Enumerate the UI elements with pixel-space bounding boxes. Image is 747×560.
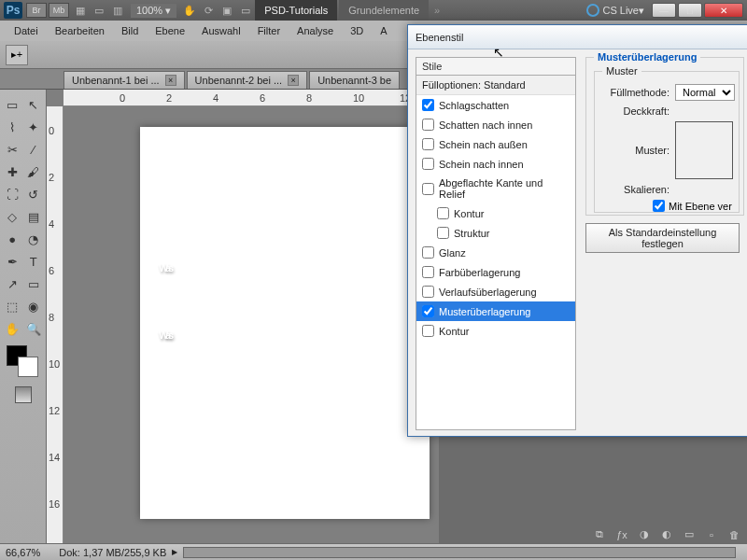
shape-tool[interactable]: ▭ [24, 273, 44, 294]
style-item-schein-aussen[interactable]: Schein nach außen [416, 134, 575, 154]
style-checkbox[interactable] [422, 158, 434, 170]
status-menu-arrow-icon[interactable]: ▶ [172, 548, 177, 556]
type-tool[interactable]: T [24, 251, 44, 272]
group-icon[interactable]: ▭ [682, 528, 697, 540]
view-extras-icon[interactable]: ▦ [73, 3, 88, 18]
move-tool[interactable]: ↖ [24, 94, 44, 115]
style-checkbox[interactable] [422, 266, 434, 278]
blur-tool[interactable]: ● [3, 229, 22, 249]
wand-tool[interactable]: ✦ [24, 117, 44, 137]
path-tool[interactable]: ↗ [3, 273, 22, 294]
style-item-bevel[interactable]: Abgeflachte Kante und Relief [416, 174, 575, 203]
style-item-verlauf[interactable]: Verlaufsüberlagerung [416, 282, 575, 301]
bridge-button[interactable]: Br [26, 3, 47, 18]
style-checkbox[interactable] [422, 183, 434, 195]
menu-bild[interactable]: Bild [113, 22, 147, 39]
window-close-button[interactable]: ✕ [704, 3, 743, 18]
view-guides-icon[interactable]: ▥ [110, 3, 125, 18]
document-canvas[interactable] [140, 127, 430, 519]
cs-live-button[interactable]: CS Live ▾ [586, 4, 644, 17]
3d-tool[interactable]: ⬚ [3, 296, 22, 316]
eraser-tool[interactable]: ◇ [3, 206, 22, 227]
color-swatches[interactable] [2, 345, 44, 379]
style-checkbox[interactable] [422, 99, 434, 111]
camera-tool[interactable]: ◉ [24, 296, 44, 316]
brush-tool[interactable]: 🖌 [24, 161, 44, 182]
fx-icon[interactable]: ƒx [614, 529, 629, 540]
link-layers-icon[interactable]: ⧉ [592, 528, 607, 540]
mask-icon[interactable]: ◑ [637, 528, 652, 540]
doc-tab-3[interactable]: Unbenannt-3 be [309, 71, 400, 89]
close-tab-icon[interactable]: × [165, 75, 176, 86]
view-rulers-icon[interactable]: ▭ [92, 3, 106, 18]
style-item-farbueberlagerung[interactable]: Farbüberlagerung [416, 262, 575, 282]
menu-truncated[interactable]: A [372, 22, 395, 39]
menu-datei[interactable]: Datei [6, 22, 47, 39]
horizontal-scrollbar[interactable] [183, 547, 736, 558]
style-item-schlagschatten[interactable]: Schlagschatten [416, 95, 575, 115]
style-checkbox[interactable] [422, 305, 434, 317]
rotate-view-icon[interactable]: ⟳ [201, 3, 216, 18]
blend-mode-select[interactable]: Normal [675, 84, 735, 101]
background-swatch[interactable] [18, 357, 38, 377]
quickmask-icon[interactable] [15, 386, 32, 403]
style-checkbox[interactable] [422, 119, 434, 131]
pen-tool[interactable]: ✒ [3, 251, 22, 272]
arrange-docs-icon[interactable]: ▣ [219, 3, 234, 18]
style-item-struktur-sub[interactable]: Struktur [416, 223, 575, 243]
workspace-tab-grundelemente[interactable]: Grundelemente [339, 0, 429, 21]
marquee-tool[interactable]: ▭ [3, 94, 22, 115]
window-minimize-button[interactable]: — [652, 3, 676, 18]
heal-tool[interactable]: ✚ [3, 161, 22, 182]
menu-filter[interactable]: Filter [249, 22, 289, 39]
adjustment-icon[interactable]: ◐ [659, 528, 674, 540]
workspace-more-icon[interactable]: » [434, 5, 440, 16]
eyedropper-tool[interactable]: ∕ [24, 139, 44, 160]
menu-bearbeiten[interactable]: Bearbeiten [47, 22, 113, 39]
hand-icon[interactable]: ✋ [182, 3, 197, 18]
gradient-tool[interactable]: ▤ [24, 206, 44, 227]
zoom-level[interactable]: 100% ▾ [131, 4, 176, 18]
style-checkbox[interactable] [422, 138, 434, 150]
menu-auswahl[interactable]: Auswahl [193, 22, 249, 39]
style-item-schatten-innen[interactable]: Schatten nach innen [416, 115, 575, 134]
crop-tool[interactable]: ✂ [3, 139, 22, 160]
style-checkbox[interactable] [437, 227, 449, 239]
blend-label: Füllmethode: [602, 87, 669, 98]
zoom-tool[interactable]: 🔍 [24, 318, 44, 339]
style-item-glanz[interactable]: Glanz [416, 243, 575, 262]
style-item-fill[interactable]: Fülloptionen: Standard [416, 76, 575, 95]
hand-tool[interactable]: ✋ [3, 318, 22, 339]
dodge-tool[interactable]: ◔ [24, 229, 44, 249]
lasso-tool[interactable]: ⌇ [3, 117, 22, 137]
style-checkbox[interactable] [437, 207, 449, 219]
trash-icon[interactable]: 🗑 [726, 529, 741, 540]
menu-ebene[interactable]: Ebene [147, 22, 193, 39]
menu-analyse[interactable]: Analyse [289, 22, 342, 39]
screen-mode-icon[interactable]: ▭ [238, 3, 253, 18]
make-default-button[interactable]: Als Standardeinstellung festlegen [585, 223, 740, 253]
doc-tab-1[interactable]: Unbenannt-1 bei ...× [63, 71, 185, 89]
pattern-swatch[interactable] [675, 121, 733, 179]
snap-checkbox[interactable] [653, 200, 665, 212]
doc-tab-2[interactable]: Unbenannt-2 bei ...× [187, 71, 308, 89]
new-layer-icon[interactable]: ▫ [704, 529, 719, 540]
minibridge-button[interactable]: Mb [49, 3, 69, 18]
style-checkbox[interactable] [422, 246, 434, 259]
style-checkbox[interactable] [422, 325, 434, 337]
menu-3d[interactable]: 3D [342, 22, 372, 39]
close-tab-icon[interactable]: × [288, 75, 299, 86]
stamp-tool[interactable]: ⛶ [3, 184, 22, 204]
dialog-titlebar[interactable]: Ebenenstil [408, 25, 747, 49]
style-item-muster[interactable]: Musterüberlagerung [416, 301, 575, 321]
style-item-schein-innen[interactable]: Schein nach innen [416, 154, 575, 174]
workspace-tab-psdtutorials[interactable]: PSD-Tutorials [255, 0, 337, 21]
style-item-kontur[interactable]: Kontur [416, 321, 575, 341]
current-tool-icon[interactable]: ▸+ [6, 45, 28, 65]
status-zoom[interactable]: 66,67% [6, 547, 40, 558]
history-brush-tool[interactable]: ↺ [24, 184, 44, 204]
status-doc-info[interactable]: Dok: 1,37 MB/255,9 KB [59, 547, 166, 558]
window-maximize-button[interactable]: □ [678, 3, 702, 18]
style-item-kontur-sub[interactable]: Kontur [416, 203, 575, 223]
style-checkbox[interactable] [422, 286, 434, 298]
